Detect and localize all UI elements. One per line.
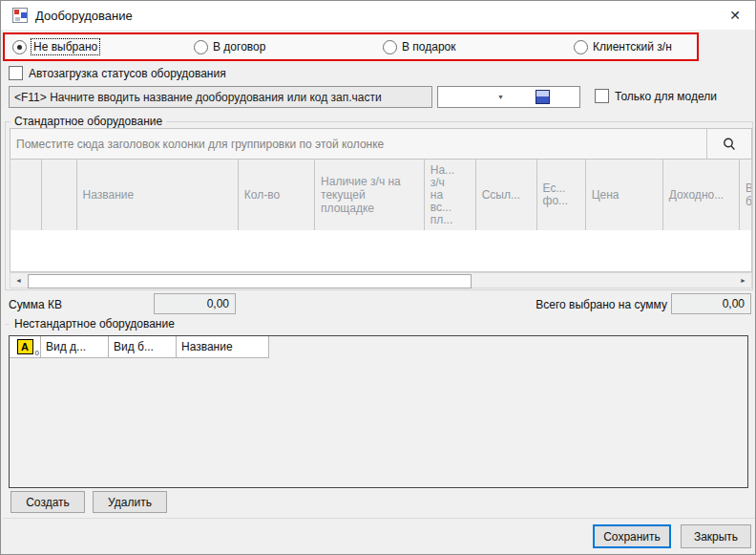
radio-circle-selected-icon: [12, 40, 27, 54]
nonstandard-equipment-title: Нестандартное оборудование: [10, 317, 178, 331]
column-header-link[interactable]: Ссыл...: [476, 160, 537, 230]
checkbox-icon: [595, 89, 609, 103]
footer-divider: [3, 518, 755, 519]
autoload-statuses-label: Автозагрузка статусов оборудования: [29, 67, 226, 80]
groupby-drop-area[interactable]: Поместите сюда заголовок колонки для гру…: [10, 128, 752, 160]
scroll-left-button[interactable]: ◄: [10, 273, 27, 288]
radio-to-contract[interactable]: В договор: [194, 40, 265, 54]
autoload-statuses-checkbox[interactable]: Автозагрузка статусов оборудования: [9, 66, 226, 80]
only-for-model-checkbox[interactable]: Только для модели: [595, 89, 717, 103]
app-icon: [12, 8, 28, 23]
standard-grid-header: Название Кол-во Наличие з/ч на текущей п…: [10, 160, 752, 230]
total-selected-field: 0,00: [671, 293, 751, 314]
radio-not-selected[interactable]: Не выбрано: [12, 39, 99, 54]
radio-as-gift[interactable]: В подарок: [383, 40, 456, 54]
title-bar: Дооборудование ✕: [1, 1, 755, 30]
order-type-radio-group: Не выбрано В договор В подарок Клиентски…: [3, 32, 699, 61]
close-window-button[interactable]: ✕: [715, 1, 755, 30]
groupby-hint-text: Поместите сюда заголовок колонки для гру…: [16, 138, 384, 151]
total-selected-label: Всего выбрано на сумму: [490, 298, 667, 311]
chevron-down-icon: ▼: [497, 94, 504, 100]
close-icon: ✕: [729, 8, 741, 23]
column-header-photo[interactable]: Ес... фо...: [537, 160, 586, 230]
column-header-price[interactable]: Цена: [586, 160, 663, 230]
radio-client-order[interactable]: Клиентский з/н: [574, 40, 672, 54]
app-icon-gray-square: [15, 17, 20, 21]
combo-detail-button[interactable]: [536, 90, 550, 104]
app-icon-blue-square: [21, 12, 27, 18]
column-header-qty[interactable]: Кол-во: [239, 160, 315, 230]
standard-grid-rows[interactable]: [10, 230, 752, 272]
delete-button[interactable]: Удалить: [93, 491, 167, 513]
radio-label: В подарок: [402, 40, 456, 53]
standard-equipment-title: Стандартное оборудование: [10, 115, 166, 128]
column-header-stock-current[interactable]: Наличие з/ч на текущей площадке: [315, 160, 425, 230]
column-header-name[interactable]: Название: [77, 160, 239, 230]
scroll-left-icon: ◄: [15, 277, 22, 284]
ns-column-header-kind-d[interactable]: Вид д...: [41, 336, 109, 357]
kv-sum-label: Сумма КВ: [9, 298, 62, 311]
checkbox-icon: [9, 66, 23, 80]
filter-a-icon: A: [17, 339, 33, 354]
kv-sum-field: 0,00: [154, 293, 236, 314]
column-header-indicator[interactable]: [10, 160, 42, 230]
column-header-checkbox[interactable]: [42, 160, 77, 230]
equipment-search-input[interactable]: [9, 86, 432, 108]
search-icon: [722, 137, 737, 152]
standard-grid-hscrollbar[interactable]: ◄ ►: [10, 272, 752, 288]
grid-filter-badge-button[interactable]: A 0: [10, 336, 41, 357]
window-title: Дооборудование: [35, 9, 133, 23]
groupbox-border-fragment: [5, 324, 10, 325]
ns-column-header-kind-b[interactable]: Вид б...: [109, 336, 177, 357]
app-icon-red-square: [14, 10, 19, 14]
radio-circle-icon: [383, 40, 397, 54]
column-header-business-type[interactable]: Вид бизнеса: [740, 160, 751, 230]
column-header-profit[interactable]: Доходно...: [663, 160, 740, 230]
radio-circle-icon: [194, 40, 208, 54]
nonstandard-grid[interactable]: A 0 Вид д... Вид б... Название: [9, 335, 748, 488]
nonstandard-grid-header: A 0 Вид д... Вид б... Название: [10, 336, 269, 358]
scroll-right-button[interactable]: ►: [735, 273, 751, 288]
model-combo[interactable]: ▼: [437, 86, 580, 108]
column-header-stock-all[interactable]: На... з/ч на вс... пл...: [425, 160, 476, 230]
dialog-window: Дооборудование ✕ Не выбрано В договор В …: [0, 0, 756, 555]
radio-label: В договор: [213, 40, 265, 53]
radio-label: Не выбрано: [32, 39, 99, 54]
close-button[interactable]: Закрыть: [681, 524, 751, 548]
scrollbar-thumb[interactable]: [28, 274, 472, 288]
radio-circle-icon: [574, 40, 588, 54]
ns-column-header-name[interactable]: Название: [177, 336, 269, 357]
create-button[interactable]: Создать: [10, 491, 85, 513]
save-button[interactable]: Сохранить: [593, 524, 671, 548]
filter-count: 0: [35, 349, 39, 357]
grid-search-button[interactable]: [706, 129, 751, 159]
only-for-model-label: Только для модели: [615, 90, 717, 103]
radio-label: Клиентский з/н: [593, 40, 672, 53]
scroll-right-icon: ►: [740, 277, 746, 284]
